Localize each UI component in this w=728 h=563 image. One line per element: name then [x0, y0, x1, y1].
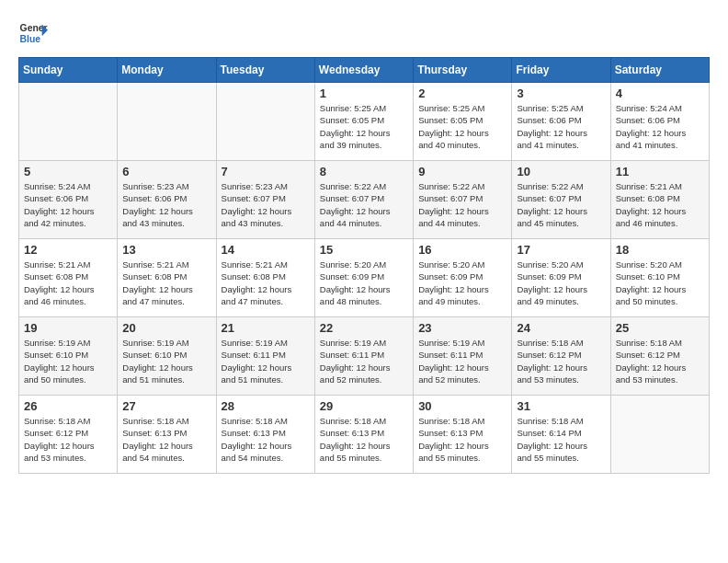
calendar-cell: [216, 83, 314, 161]
calendar-cell: [118, 83, 216, 161]
calendar-cell: 28Sunrise: 5:18 AM Sunset: 6:13 PM Dayli…: [216, 396, 314, 474]
calendar-cell: 7Sunrise: 5:23 AM Sunset: 6:07 PM Daylig…: [216, 161, 314, 239]
day-number: 3: [517, 86, 605, 100]
calendar-cell: 5Sunrise: 5:24 AM Sunset: 6:06 PM Daylig…: [19, 161, 118, 239]
calendar-cell: 9Sunrise: 5:22 AM Sunset: 6:07 PM Daylig…: [414, 161, 512, 239]
cell-info: Sunrise: 5:19 AM Sunset: 6:11 PM Dayligh…: [320, 337, 408, 385]
cell-info: Sunrise: 5:18 AM Sunset: 6:14 PM Dayligh…: [517, 415, 605, 464]
day-number: 6: [122, 165, 210, 178]
cell-info: Sunrise: 5:21 AM Sunset: 6:08 PM Dayligh…: [616, 180, 704, 229]
day-number: 25: [616, 321, 704, 335]
day-number: 23: [418, 321, 506, 335]
calendar-week-row: 12Sunrise: 5:21 AM Sunset: 6:08 PM Dayli…: [19, 239, 710, 317]
weekday-header: Saturday: [610, 58, 709, 83]
logo: General Blue: [18, 18, 48, 48]
calendar-cell: 8Sunrise: 5:22 AM Sunset: 6:07 PM Daylig…: [314, 161, 413, 239]
weekday-header: Sunday: [19, 58, 118, 83]
calendar-table: SundayMondayTuesdayWednesdayThursdayFrid…: [18, 57, 710, 474]
calendar-cell: 19Sunrise: 5:19 AM Sunset: 6:10 PM Dayli…: [19, 317, 118, 396]
cell-info: Sunrise: 5:18 AM Sunset: 6:12 PM Dayligh…: [517, 337, 605, 385]
cell-info: Sunrise: 5:20 AM Sunset: 6:09 PM Dayligh…: [320, 259, 408, 307]
cell-info: Sunrise: 5:22 AM Sunset: 6:07 PM Dayligh…: [418, 180, 506, 229]
day-number: 7: [222, 165, 310, 178]
calendar-cell: 6Sunrise: 5:23 AM Sunset: 6:06 PM Daylig…: [118, 161, 216, 239]
cell-info: Sunrise: 5:22 AM Sunset: 6:07 PM Dayligh…: [517, 180, 605, 229]
day-number: 2: [418, 86, 506, 100]
calendar-cell: 15Sunrise: 5:20 AM Sunset: 6:09 PM Dayli…: [314, 239, 413, 317]
day-number: 9: [418, 165, 506, 178]
day-number: 24: [517, 321, 605, 335]
calendar-cell: 1Sunrise: 5:25 AM Sunset: 6:05 PM Daylig…: [314, 83, 413, 161]
cell-info: Sunrise: 5:18 AM Sunset: 6:13 PM Dayligh…: [122, 415, 210, 464]
calendar-cell: 31Sunrise: 5:18 AM Sunset: 6:14 PM Dayli…: [512, 396, 610, 474]
calendar-week-row: 19Sunrise: 5:19 AM Sunset: 6:10 PM Dayli…: [19, 317, 710, 396]
calendar-cell: 29Sunrise: 5:18 AM Sunset: 6:13 PM Dayli…: [314, 396, 413, 474]
cell-info: Sunrise: 5:20 AM Sunset: 6:09 PM Dayligh…: [517, 259, 605, 307]
calendar-cell: 17Sunrise: 5:20 AM Sunset: 6:09 PM Dayli…: [512, 239, 610, 317]
cell-info: Sunrise: 5:20 AM Sunset: 6:09 PM Dayligh…: [418, 259, 506, 307]
cell-info: Sunrise: 5:24 AM Sunset: 6:06 PM Dayligh…: [616, 102, 704, 151]
cell-info: Sunrise: 5:21 AM Sunset: 6:08 PM Dayligh…: [222, 259, 310, 307]
day-number: 11: [616, 165, 704, 178]
day-number: 21: [222, 321, 310, 335]
day-number: 31: [517, 399, 605, 413]
day-number: 17: [517, 243, 605, 257]
cell-info: Sunrise: 5:25 AM Sunset: 6:05 PM Dayligh…: [320, 102, 408, 151]
cell-info: Sunrise: 5:18 AM Sunset: 6:12 PM Dayligh…: [24, 415, 112, 464]
day-number: 16: [418, 243, 506, 257]
cell-info: Sunrise: 5:19 AM Sunset: 6:11 PM Dayligh…: [418, 337, 506, 385]
calendar-week-row: 26Sunrise: 5:18 AM Sunset: 6:12 PM Dayli…: [19, 396, 710, 474]
page-header: General Blue: [18, 18, 710, 48]
cell-info: Sunrise: 5:25 AM Sunset: 6:06 PM Dayligh…: [517, 102, 605, 151]
calendar-cell: 18Sunrise: 5:20 AM Sunset: 6:10 PM Dayli…: [610, 239, 709, 317]
day-number: 10: [517, 165, 605, 178]
day-number: 15: [320, 243, 408, 257]
calendar-cell: 22Sunrise: 5:19 AM Sunset: 6:11 PM Dayli…: [314, 317, 413, 396]
cell-info: Sunrise: 5:19 AM Sunset: 6:10 PM Dayligh…: [122, 337, 210, 385]
weekday-header: Friday: [512, 58, 610, 83]
day-number: 13: [122, 243, 210, 257]
calendar-cell: [610, 396, 709, 474]
day-number: 12: [24, 243, 112, 257]
day-number: 5: [24, 165, 112, 178]
weekday-header: Thursday: [414, 58, 512, 83]
day-number: 30: [418, 399, 506, 413]
calendar-week-row: 5Sunrise: 5:24 AM Sunset: 6:06 PM Daylig…: [19, 161, 710, 239]
calendar-cell: 26Sunrise: 5:18 AM Sunset: 6:12 PM Dayli…: [19, 396, 118, 474]
day-number: 29: [320, 399, 408, 413]
weekday-header: Tuesday: [216, 58, 314, 83]
logo-icon: General Blue: [18, 18, 48, 48]
cell-info: Sunrise: 5:19 AM Sunset: 6:11 PM Dayligh…: [222, 337, 310, 385]
cell-info: Sunrise: 5:23 AM Sunset: 6:07 PM Dayligh…: [222, 180, 310, 229]
weekday-header: Monday: [118, 58, 216, 83]
calendar-week-row: 1Sunrise: 5:25 AM Sunset: 6:05 PM Daylig…: [19, 83, 710, 161]
calendar-cell: 14Sunrise: 5:21 AM Sunset: 6:08 PM Dayli…: [216, 239, 314, 317]
day-number: 8: [320, 165, 408, 178]
cell-info: Sunrise: 5:18 AM Sunset: 6:13 PM Dayligh…: [418, 415, 506, 464]
day-number: 27: [122, 399, 210, 413]
calendar-cell: 16Sunrise: 5:20 AM Sunset: 6:09 PM Dayli…: [414, 239, 512, 317]
calendar-cell: 21Sunrise: 5:19 AM Sunset: 6:11 PM Dayli…: [216, 317, 314, 396]
calendar-cell: [19, 83, 118, 161]
day-number: 26: [24, 399, 112, 413]
calendar-header: SundayMondayTuesdayWednesdayThursdayFrid…: [19, 58, 710, 83]
cell-info: Sunrise: 5:24 AM Sunset: 6:06 PM Dayligh…: [24, 180, 112, 229]
day-number: 14: [222, 243, 310, 257]
calendar-cell: 25Sunrise: 5:18 AM Sunset: 6:12 PM Dayli…: [610, 317, 709, 396]
cell-info: Sunrise: 5:18 AM Sunset: 6:13 PM Dayligh…: [320, 415, 408, 464]
day-number: 1: [320, 86, 408, 100]
cell-info: Sunrise: 5:25 AM Sunset: 6:05 PM Dayligh…: [418, 102, 506, 151]
calendar-cell: 24Sunrise: 5:18 AM Sunset: 6:12 PM Dayli…: [512, 317, 610, 396]
cell-info: Sunrise: 5:21 AM Sunset: 6:08 PM Dayligh…: [122, 259, 210, 307]
day-number: 18: [616, 243, 704, 257]
calendar-cell: 13Sunrise: 5:21 AM Sunset: 6:08 PM Dayli…: [118, 239, 216, 317]
header-row: SundayMondayTuesdayWednesdayThursdayFrid…: [19, 58, 710, 83]
cell-info: Sunrise: 5:18 AM Sunset: 6:13 PM Dayligh…: [222, 415, 310, 464]
cell-info: Sunrise: 5:23 AM Sunset: 6:06 PM Dayligh…: [122, 180, 210, 229]
cell-info: Sunrise: 5:21 AM Sunset: 6:08 PM Dayligh…: [24, 259, 112, 307]
cell-info: Sunrise: 5:22 AM Sunset: 6:07 PM Dayligh…: [320, 180, 408, 229]
calendar-cell: 23Sunrise: 5:19 AM Sunset: 6:11 PM Dayli…: [414, 317, 512, 396]
calendar-cell: 10Sunrise: 5:22 AM Sunset: 6:07 PM Dayli…: [512, 161, 610, 239]
calendar-cell: 30Sunrise: 5:18 AM Sunset: 6:13 PM Dayli…: [414, 396, 512, 474]
cell-info: Sunrise: 5:20 AM Sunset: 6:10 PM Dayligh…: [616, 259, 704, 307]
